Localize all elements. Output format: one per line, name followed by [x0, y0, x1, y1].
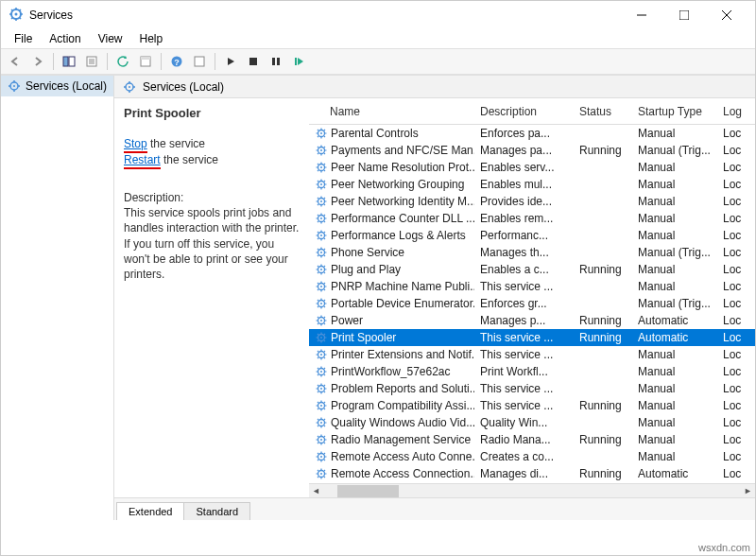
toolbar-separator	[107, 53, 108, 70]
service-icon	[315, 314, 328, 327]
svg-point-23	[320, 132, 322, 134]
table-header: Name Description Status Startup Type Log	[309, 98, 755, 125]
table-row[interactable]: Quality Windows Audio Vid...Quality Win.…	[309, 414, 755, 431]
table-row[interactable]: Peer Networking GroupingEnables mul...Ma…	[309, 176, 755, 193]
cell-description: Enables rem...	[474, 212, 574, 225]
export-button[interactable]	[81, 51, 102, 72]
table-row[interactable]: Performance Logs & AlertsPerformanc...Ma…	[309, 227, 755, 244]
table-row[interactable]: PNRP Machine Name Publi...This service .…	[309, 278, 755, 295]
cell-name: PrintWorkflow_57e62ac	[331, 365, 451, 378]
cell-logon: Loc	[717, 161, 755, 174]
minimize-button[interactable]	[620, 2, 662, 28]
horizontal-scrollbar[interactable]: ◄ ►	[309, 483, 755, 497]
tree-pane[interactable]: Services (Local)	[1, 76, 114, 520]
view-tabs: Extended Standard	[114, 497, 755, 520]
pause-service-button[interactable]	[266, 51, 286, 72]
cell-name: Peer Networking Grouping	[331, 178, 464, 191]
svg-point-39	[320, 269, 322, 270]
menu-help[interactable]: Help	[132, 30, 171, 47]
cell-name: Performance Counter DLL ...	[331, 212, 474, 225]
cell-startup: Manual	[632, 450, 717, 463]
table-row[interactable]: Portable Device Enumerator...Enforces gr…	[309, 295, 755, 312]
action-button[interactable]	[189, 51, 210, 72]
svg-point-53	[320, 388, 322, 390]
tab-extended[interactable]: Extended	[116, 502, 184, 520]
scroll-thumb[interactable]	[337, 485, 399, 497]
show-hide-tree-button[interactable]	[59, 51, 79, 72]
table-row[interactable]: Program Compatibility Assi...This servic…	[309, 397, 755, 414]
cell-status: Running	[574, 399, 632, 412]
cell-logon: Loc	[717, 144, 755, 157]
services-table: Name Description Status Startup Type Log…	[309, 98, 755, 497]
svg-point-31	[320, 200, 322, 202]
svg-point-19	[13, 85, 15, 87]
col-header-status[interactable]: Status	[574, 105, 632, 118]
table-row[interactable]: Printer Extensions and Notif...This serv…	[309, 346, 755, 363]
svg-rect-7	[69, 57, 75, 66]
table-row[interactable]: PrintWorkflow_57e62acPrint Workfl...Manu…	[309, 363, 755, 380]
close-button[interactable]	[705, 2, 747, 28]
tree-item-services-local[interactable]: Services (Local)	[1, 76, 113, 96]
col-header-description[interactable]: Description	[474, 105, 574, 118]
table-row[interactable]: Plug and PlayEnables a c...RunningManual…	[309, 261, 755, 278]
table-row[interactable]: Remote Access Connection...Manages di...…	[309, 465, 755, 482]
menu-action[interactable]: Action	[42, 30, 88, 47]
tab-standard[interactable]: Standard	[183, 502, 250, 520]
cell-status: Running	[574, 433, 632, 446]
right-pane-title: Services (Local)	[143, 80, 224, 94]
col-header-name[interactable]: Name	[309, 105, 474, 118]
col-header-logon[interactable]: Log	[717, 105, 755, 118]
table-row[interactable]: Print SpoolerThis service ...RunningAuto…	[309, 329, 755, 346]
cell-logon: Loc	[717, 331, 755, 344]
menu-file[interactable]: File	[7, 30, 40, 47]
help-button[interactable]: ?	[166, 51, 187, 72]
cell-logon: Loc	[717, 280, 755, 293]
table-row[interactable]: Peer Name Resolution Prot...Enables serv…	[309, 159, 755, 176]
svg-point-43	[320, 303, 322, 304]
properties-button[interactable]	[135, 51, 156, 72]
svg-rect-6	[63, 57, 68, 66]
table-row[interactable]: Peer Networking Identity M...Provides id…	[309, 193, 755, 210]
stop-service-link[interactable]: Stop	[124, 137, 147, 153]
cell-name: Remote Access Connection...	[331, 467, 474, 480]
table-row[interactable]: Parental ControlsEnforces pa...ManualLoc	[309, 125, 755, 142]
toolbar: ?	[1, 48, 755, 75]
table-row[interactable]: Remote Access Auto Conne...Creates a co.…	[309, 448, 755, 465]
services-app-icon	[9, 7, 24, 25]
table-row[interactable]: Phone ServiceManages th...Manual (Trig..…	[309, 244, 755, 261]
cell-logon: Loc	[717, 416, 755, 429]
back-button[interactable]	[5, 51, 26, 72]
menu-view[interactable]: View	[91, 30, 130, 47]
col-header-startup[interactable]: Startup Type	[632, 105, 717, 118]
restart-service-link[interactable]: Restart	[124, 153, 161, 169]
start-service-button[interactable]	[220, 51, 241, 72]
table-row[interactable]: Problem Reports and Soluti...This servic…	[309, 380, 755, 397]
service-icon	[315, 297, 328, 310]
toolbar-separator	[53, 53, 54, 70]
svg-point-35	[320, 235, 322, 236]
svg-point-25	[320, 149, 322, 151]
maximize-button[interactable]	[662, 2, 705, 28]
gear-icon	[7, 78, 22, 94]
forward-button[interactable]	[27, 51, 48, 72]
right-pane: Services (Local) Print Spooler Stop the …	[114, 76, 755, 520]
cell-startup: Manual (Trig...	[632, 144, 717, 157]
stop-service-button[interactable]	[243, 51, 264, 72]
table-row[interactable]: Performance Counter DLL ...Enables rem..…	[309, 210, 755, 227]
svg-point-47	[320, 337, 322, 339]
table-row[interactable]: PowerManages p...RunningAutomaticLoc	[309, 312, 755, 329]
table-row[interactable]: Radio Management ServiceRadio Mana...Run…	[309, 431, 755, 448]
svg-rect-14	[249, 58, 257, 65]
toolbar-separator	[161, 53, 162, 70]
cell-description: Enables serv...	[474, 161, 574, 174]
cell-startup: Manual	[632, 365, 717, 378]
table-body[interactable]: Parental ControlsEnforces pa...ManualLoc…	[309, 125, 755, 483]
svg-point-41	[320, 286, 322, 287]
refresh-button[interactable]	[112, 51, 133, 72]
scroll-right-arrow[interactable]: ►	[741, 484, 755, 498]
restart-service-button[interactable]	[288, 51, 309, 72]
cell-logon: Loc	[717, 348, 755, 361]
table-row[interactable]: Payments and NFC/SE Man...Manages pa...R…	[309, 142, 755, 159]
svg-text:?: ?	[174, 58, 180, 67]
scroll-left-arrow[interactable]: ◄	[309, 484, 323, 498]
